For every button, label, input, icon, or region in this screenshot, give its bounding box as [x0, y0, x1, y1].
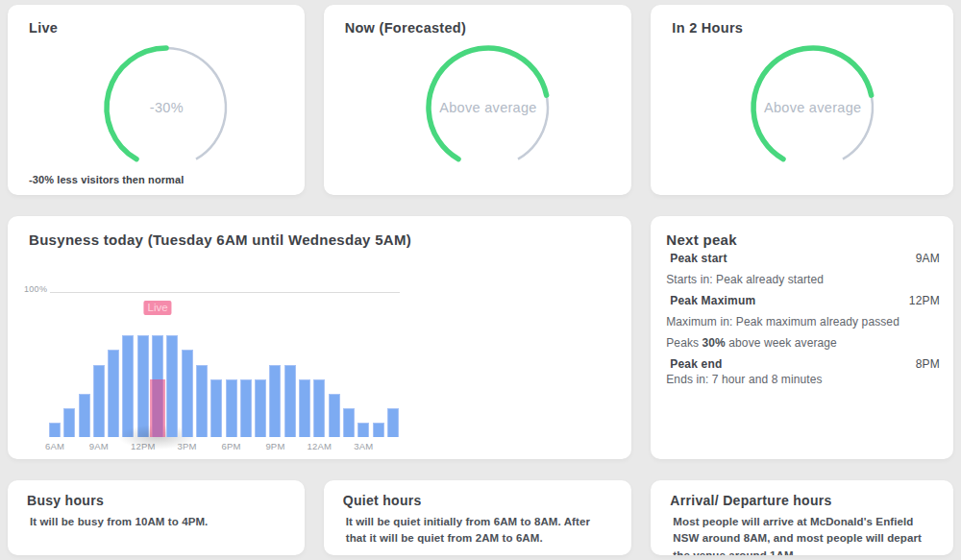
- x-axis-tick-label: 6AM: [45, 441, 64, 451]
- forecast-bar: [313, 379, 325, 437]
- quiet-hours-text: It will be quiet initially from 6AM to 8…: [343, 514, 613, 548]
- bar-5AM[interactable]: [387, 292, 399, 437]
- busyness-dashboard: Live -30% -30% less visitors then normal…: [0, 0, 961, 560]
- y-axis-100pct-label: 100%: [24, 284, 47, 294]
- gauge-center-label: -30%: [150, 100, 184, 115]
- bar-8PM[interactable]: [255, 292, 266, 437]
- gauge-row: Live -30% -30% less visitors then normal…: [8, 5, 953, 195]
- live-gauge: -30%: [94, 36, 238, 180]
- now-gauge: Above average: [416, 36, 560, 180]
- live-gauge-card: Live -30% -30% less visitors then normal: [8, 5, 305, 195]
- forecast-bar: [137, 335, 149, 437]
- peak-start-label: Peak start: [670, 252, 727, 266]
- live-card-title: Live: [29, 20, 305, 36]
- forecast-bar: [373, 423, 384, 437]
- forecast-bar: [357, 423, 369, 437]
- forecast-bar: [166, 335, 178, 437]
- live-gauge-caption: -30% less visitors then normal: [29, 174, 184, 185]
- maximum-in-text: Maximum in: Peak maximum already passed: [666, 315, 940, 329]
- bar-4PM[interactable]: [196, 292, 208, 437]
- peak-maximum-label: Peak Maximum: [670, 294, 755, 308]
- forecast-bar: [240, 379, 252, 437]
- gauge-center-label: Above average: [439, 100, 536, 115]
- peak-maximum-value: 12PM: [909, 294, 940, 308]
- bar-9PM[interactable]: 9PM: [269, 292, 281, 437]
- peak-end-label: Peak end: [670, 357, 722, 372]
- starts-in-text: Starts in: Peak already started: [666, 273, 940, 287]
- peaks-percent: 30%: [702, 336, 726, 350]
- now-forecast-gauge-card: Now (Forecasted) Above average: [324, 5, 632, 195]
- live-busyness-bar: [150, 379, 165, 437]
- forecast-bar: [343, 408, 355, 437]
- forecast-bar: [299, 379, 310, 437]
- in-2-hours-gauge: Above average: [741, 36, 885, 180]
- busy-hours-text: It will be busy from 10AM to 4PM.: [27, 514, 285, 530]
- peak-start-row: Peak start 9AM: [666, 252, 940, 266]
- quiet-hours-title: Quiet hours: [343, 493, 613, 509]
- x-axis-tick-label: 9AM: [89, 441, 109, 451]
- forecast-bar: [329, 394, 340, 437]
- bar-5PM[interactable]: [210, 292, 222, 437]
- forecast-bar: [63, 408, 75, 437]
- x-axis-tick-label: 3AM: [354, 441, 373, 451]
- bar-7PM[interactable]: [240, 292, 252, 437]
- busy-hours-title: Busy hours: [27, 493, 285, 509]
- busyness-bar-chart: 6AM9AM12PMLive3PM6PM9PM12AM3AM: [49, 292, 399, 437]
- next-peak-title: Next peak: [666, 231, 940, 249]
- bar-2AM[interactable]: [343, 292, 355, 437]
- quiet-hours-card: Quiet hours It will be quiet initially f…: [324, 480, 632, 555]
- forecast-bar: [255, 379, 266, 437]
- summary-row: Busy hours It will be busy from 10AM to …: [8, 480, 953, 555]
- detail-row: Busyness today (Tuesday 6AM until Wednes…: [8, 216, 953, 459]
- gauge-center-label: Above average: [764, 100, 861, 115]
- now-card-title: Now (Forecasted): [345, 20, 632, 36]
- peak-end-row: Peak end 8PM: [666, 357, 940, 372]
- arrival-departure-text: Most people will arrive at McDonald's En…: [670, 514, 934, 555]
- bar-6PM[interactable]: 6PM: [226, 292, 237, 437]
- x-axis-tick-label: 6PM: [221, 441, 240, 451]
- bar-12AM[interactable]: 12AM: [313, 292, 325, 437]
- forecast-bar: [269, 365, 281, 438]
- bar-11PM[interactable]: [299, 292, 310, 437]
- forecast-bar: [210, 379, 222, 437]
- forecast-bar: [226, 379, 237, 437]
- x-axis-tick-label: 12AM: [308, 441, 333, 451]
- x-axis-tick-label: 9PM: [265, 441, 284, 451]
- peak-end-value: 8PM: [916, 357, 940, 372]
- peaks-above-average-text: Peaks 30% above week average: [666, 336, 940, 351]
- bar-9AM[interactable]: 9AM: [93, 292, 105, 437]
- peak-maximum-row: Peak Maximum 12PM: [666, 294, 940, 308]
- busyness-today-card: Busyness today (Tuesday 6AM until Wednes…: [8, 216, 631, 459]
- bar-1AM[interactable]: [329, 292, 340, 437]
- peaks-prefix: Peaks: [666, 336, 702, 350]
- in-2-hours-card-title: In 2 Hours: [672, 20, 953, 36]
- bar-10AM[interactable]: [108, 292, 119, 437]
- forecast-bar: [196, 365, 208, 438]
- arrival-departure-title: Arrival/ Departure hours: [670, 493, 934, 509]
- busyness-chart-title: Busyness today (Tuesday 6AM until Wednes…: [29, 231, 631, 248]
- live-badge: Live: [144, 301, 172, 315]
- bar-10PM[interactable]: [284, 292, 296, 437]
- forecast-bar: [49, 423, 61, 437]
- forecast-bar: [387, 408, 399, 437]
- in-2-hours-gauge-card: In 2 Hours Above average: [651, 5, 953, 195]
- bar-8AM[interactable]: [79, 292, 90, 437]
- busy-hours-card: Busy hours It will be busy from 10AM to …: [8, 480, 305, 555]
- forecast-bar: [284, 365, 296, 438]
- bar-3AM[interactable]: 3AM: [357, 292, 369, 437]
- peak-start-value: 9AM: [916, 252, 940, 266]
- arrival-departure-card: Arrival/ Departure hours Most people wil…: [651, 480, 953, 555]
- next-peak-card: Next peak Peak start 9AM Starts in: Peak…: [651, 216, 953, 459]
- bar-3PM[interactable]: 3PM: [182, 292, 193, 437]
- bar-6AM[interactable]: 6AM: [49, 292, 61, 437]
- bar-11AM[interactable]: [122, 292, 134, 437]
- forecast-bar: [122, 335, 134, 437]
- bar-1PM[interactable]: Live: [152, 292, 163, 437]
- ends-in-text: Ends in: 7 hour and 8 minutes: [666, 373, 940, 387]
- forecast-bar: [182, 350, 193, 437]
- peaks-suffix: above week average: [726, 336, 837, 350]
- bar-7AM[interactable]: [63, 292, 75, 437]
- x-axis-tick-label: 3PM: [178, 441, 197, 451]
- forecast-bar: [93, 365, 105, 438]
- bar-4AM[interactable]: [373, 292, 384, 437]
